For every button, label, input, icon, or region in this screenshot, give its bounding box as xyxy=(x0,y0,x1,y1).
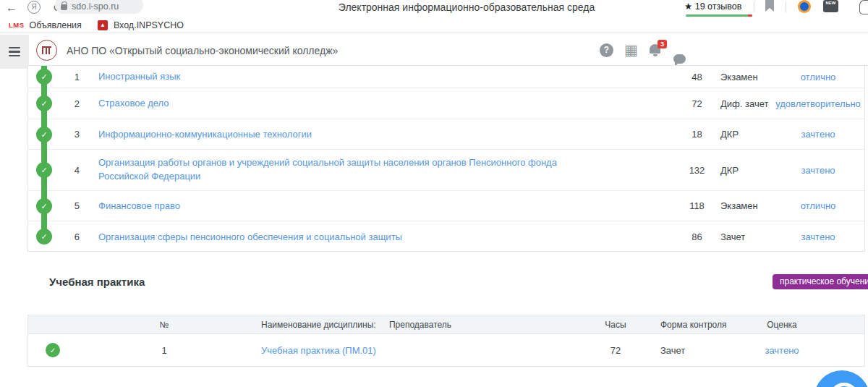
app-header: АНО ПО «Открытый социально-экономический… xyxy=(0,35,868,66)
control-form-cell: ДКР xyxy=(720,129,775,140)
practice-type-badge: практическое обучение xyxy=(773,274,868,289)
row-number: 1 xyxy=(77,345,251,356)
teacher-column-header: Преподаватель xyxy=(359,320,481,330)
college-name: АНО ПО «Открытый социально-экономический… xyxy=(67,45,338,56)
bookmark-label: Вход.INPSYCHO xyxy=(114,20,184,30)
notifications-bell-icon[interactable]: 3 xyxy=(650,44,660,54)
toolbar-divider xyxy=(786,1,786,12)
browser-tab-title: Электронная информационно-образовательна… xyxy=(339,1,595,13)
lock-icon xyxy=(61,4,67,10)
discipline-cell: Учебная практика (ПМ.01) xyxy=(251,345,359,356)
help-icon[interactable]: ? xyxy=(600,43,613,57)
section-title: Учебная практика xyxy=(49,276,145,288)
discipline-link[interactable]: Организация сферы пенсионного обеспечени… xyxy=(98,231,402,244)
hand-cursor-icon[interactable] xyxy=(859,0,868,14)
discipline-cell: Иностранный язык xyxy=(90,69,673,84)
table-row: 4 Организация работы органов и учреждени… xyxy=(28,150,864,191)
table-row: 1 Иностранный язык 48 Экзамен отлично xyxy=(28,66,864,88)
practice-table-header: № Наименование дисциплины: Преподаватель… xyxy=(28,315,864,334)
completed-check-icon: ✓ xyxy=(36,127,52,143)
discipline-link[interactable]: Страховое дело xyxy=(98,97,169,111)
control-form-cell: Экзамен xyxy=(720,72,775,82)
grade-link[interactable]: отлично xyxy=(775,72,861,82)
back-icon[interactable]: ← xyxy=(6,0,17,16)
grade-link[interactable]: отлично xyxy=(775,200,861,211)
bookmark-item-inpsycho[interactable]: ▲ Вход.INPSYCHO xyxy=(98,20,184,30)
reviews-rating-bar xyxy=(686,14,752,17)
discipline-cell: Страховое дело xyxy=(90,96,673,111)
practice-table: № Наименование дисциплины: Преподаватель… xyxy=(27,315,865,367)
discipline-link[interactable]: Учебная практика (ПМ.01) xyxy=(261,345,376,356)
completed-check-icon: ✓ xyxy=(36,162,52,178)
grade-link[interactable]: зачтено xyxy=(775,231,861,242)
lms-favicon: LMS xyxy=(9,21,25,29)
table-row: 5 Финансовое право 118 Экзамен отлично xyxy=(28,191,864,221)
bookmarks-bar: LMS Объявления ▲ Вход.INPSYCHO xyxy=(0,17,868,33)
practice-table-body: ✓ 1 Учебная практика (ПМ.01) 72 Зачет за… xyxy=(28,334,864,366)
hours-cell: 72 xyxy=(594,345,637,356)
completed-check-icon: ✓ xyxy=(46,343,60,357)
hours-cell: 72 xyxy=(673,98,720,109)
discipline-cell: Финансовое право xyxy=(90,199,673,213)
control-form-cell: Зачет xyxy=(637,345,753,356)
hours-cell: 132 xyxy=(673,165,720,176)
menu-burger-button[interactable] xyxy=(0,35,29,69)
completed-check-icon: ✓ xyxy=(36,198,52,214)
discipline-cell: Организация сферы пенсионного обеспечени… xyxy=(90,230,673,244)
discipline-link[interactable]: Финансовое право xyxy=(98,200,180,213)
table-row: ✓ 1 Учебная практика (ПМ.01) 72 Зачет за… xyxy=(28,334,864,366)
bookmark-item-announcements[interactable]: LMS Объявления xyxy=(9,20,82,30)
bookmark-label: Объявления xyxy=(30,20,82,30)
completed-check-icon: ✓ xyxy=(36,69,52,85)
grades-table: 1 Иностранный язык 48 Экзамен отлично 2 … xyxy=(27,65,865,252)
toolbar-divider xyxy=(754,1,754,12)
control-form-cell: Экзамен xyxy=(720,200,775,211)
url-text: sdo.i-spo.ru xyxy=(72,1,119,12)
hours-cell: 48 xyxy=(673,72,720,82)
status-cell: ✓ xyxy=(28,343,77,357)
control-form-cell: ДКР xyxy=(720,165,775,176)
table-row: 2 Страховое дело 72 Диф. зачет удовлетво… xyxy=(28,88,864,119)
table-row: 6 Организация сферы пенсионного обеспече… xyxy=(28,221,864,252)
support-chat-widget[interactable] xyxy=(814,370,868,387)
calendar-icon[interactable]: ▦ xyxy=(624,43,638,57)
inpsycho-favicon: ▲ xyxy=(98,20,108,30)
name-column-header: Наименование дисциплины: xyxy=(251,320,359,330)
discipline-cell: Организация работы органов и учреждений … xyxy=(90,156,673,184)
completed-check-icon: ✓ xyxy=(36,229,52,244)
hours-cell: 18 xyxy=(673,129,720,140)
control-column-header: Форма контроля xyxy=(637,320,753,330)
grade-link[interactable]: зачтено xyxy=(775,129,861,140)
hours-cell: 86 xyxy=(673,231,720,242)
grade-link[interactable]: удовлетворительно xyxy=(775,98,861,109)
extension-icon[interactable] xyxy=(798,0,811,13)
discipline-link[interactable]: Информационно-коммуникационные технологи… xyxy=(98,128,312,142)
browser-toolbar: ← Я ⟳ sdo.i-spo.ru Электронная информаци… xyxy=(0,0,868,17)
grade-column-header: Оценка xyxy=(753,320,811,330)
hours-column-header: Часы xyxy=(594,320,637,330)
progress-timeline xyxy=(41,66,47,244)
messages-icon[interactable] xyxy=(673,54,686,64)
bookmark-icon[interactable] xyxy=(765,0,774,12)
table-row: 3 Информационно-коммуникационные техноло… xyxy=(28,119,864,150)
discipline-link[interactable]: Иностранный язык xyxy=(98,70,180,84)
new-extension-label: NEW xyxy=(823,0,838,7)
discipline-cell: Информационно-коммуникационные технологи… xyxy=(90,127,673,142)
new-extension-icon[interactable]: NEW xyxy=(823,0,838,12)
grade-link[interactable]: зачтено xyxy=(753,345,811,356)
address-bar[interactable]: sdo.i-spo.ru xyxy=(55,0,143,14)
grade-link[interactable]: зачтено xyxy=(775,165,861,176)
grades-table-body: 1 Иностранный язык 48 Экзамен отлично 2 … xyxy=(28,66,864,252)
profile-icon[interactable]: Я xyxy=(27,1,41,14)
college-logo[interactable] xyxy=(36,40,57,61)
control-form-cell: Зачет xyxy=(720,231,775,242)
reviews-button[interactable]: ★ 19 отзывов xyxy=(684,1,741,12)
num-column-header: № xyxy=(77,320,251,330)
notification-count-badge: 3 xyxy=(658,40,667,48)
discipline-link[interactable]: Организация работы органов и учреждений … xyxy=(98,156,590,184)
hours-cell: 118 xyxy=(673,200,720,211)
control-form-cell: Диф. зачет xyxy=(720,98,775,109)
completed-check-icon: ✓ xyxy=(36,95,52,111)
